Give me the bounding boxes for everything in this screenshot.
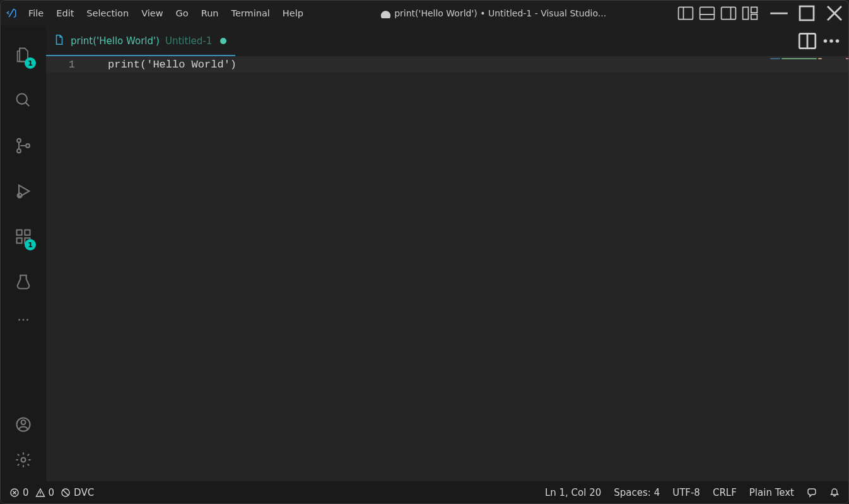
minimize-button[interactable] bbox=[765, 1, 793, 26]
activity-extensions[interactable]: 1 bbox=[1, 214, 46, 259]
svg-point-34 bbox=[836, 39, 840, 43]
svg-rect-7 bbox=[751, 7, 758, 13]
svg-rect-0 bbox=[679, 7, 693, 19]
explorer-badge: 1 bbox=[25, 57, 36, 69]
activity-accounts[interactable] bbox=[1, 407, 46, 442]
status-eol[interactable]: CRLF bbox=[713, 487, 737, 498]
status-feedback-icon[interactable] bbox=[807, 488, 817, 498]
file-icon bbox=[54, 34, 65, 47]
svg-point-29 bbox=[21, 458, 26, 462]
svg-point-24 bbox=[18, 319, 20, 321]
status-notifications-icon[interactable] bbox=[829, 488, 840, 498]
vscode-logo-icon bbox=[1, 8, 22, 19]
svg-point-25 bbox=[23, 319, 25, 321]
window-title: ● print('Hello World') • Untitled-1 - Vi… bbox=[310, 8, 677, 18]
editor-tab[interactable]: print('Hello World') Untitled-1 bbox=[46, 26, 235, 56]
svg-point-26 bbox=[26, 319, 28, 321]
svg-point-13 bbox=[17, 94, 27, 104]
status-bar: 0 0 DVC Ln 1, Col 20 Spaces: 4 UTF-8 CRL… bbox=[1, 481, 848, 503]
menu-edit[interactable]: Edit bbox=[50, 1, 80, 26]
close-button[interactable] bbox=[821, 1, 848, 26]
minimap[interactable] bbox=[770, 58, 840, 64]
menu-view[interactable]: View bbox=[135, 1, 169, 26]
svg-point-32 bbox=[824, 39, 828, 43]
svg-rect-22 bbox=[25, 230, 30, 235]
activity-run-debug[interactable] bbox=[1, 168, 46, 214]
menu-terminal[interactable]: Terminal bbox=[225, 1, 276, 26]
menu-run[interactable]: Run bbox=[195, 1, 225, 26]
svg-point-16 bbox=[17, 149, 21, 153]
menu-bar: File Edit Selection View Go Run Terminal… bbox=[22, 1, 310, 26]
status-language[interactable]: Plain Text bbox=[749, 487, 794, 498]
more-actions-icon[interactable] bbox=[821, 30, 842, 52]
activity-search[interactable] bbox=[1, 78, 46, 123]
activity-bottom bbox=[1, 407, 46, 481]
unsaved-indicator-icon bbox=[220, 38, 226, 44]
split-editor-icon[interactable] bbox=[797, 30, 818, 52]
activity-explorer[interactable]: 1 bbox=[1, 32, 46, 78]
editor-tab-actions bbox=[790, 26, 848, 56]
tab-label-primary: print('Hello World') bbox=[71, 35, 160, 47]
activity-bar: 1 1 bbox=[1, 26, 46, 481]
svg-rect-6 bbox=[743, 7, 749, 19]
status-left: 0 0 DVC bbox=[9, 487, 94, 498]
svg-rect-4 bbox=[722, 7, 736, 19]
toggle-panel-icon[interactable] bbox=[698, 4, 716, 22]
window-title-text: print('Hello World') • Untitled-1 - Visu… bbox=[394, 8, 606, 18]
status-right: Ln 1, Col 20 Spaces: 4 UTF-8 CRLF Plain … bbox=[545, 487, 840, 498]
menu-file[interactable]: File bbox=[22, 1, 50, 26]
status-encoding[interactable]: UTF-8 bbox=[672, 487, 700, 498]
toggle-primary-sidebar-icon[interactable] bbox=[677, 4, 694, 22]
status-ln-col[interactable]: Ln 1, Col 20 bbox=[545, 487, 601, 498]
code-line[interactable]: 1 print('Hello World') bbox=[46, 56, 848, 73]
activity-source-control[interactable] bbox=[1, 123, 46, 168]
line-number: 1 bbox=[46, 59, 91, 71]
menu-go[interactable]: Go bbox=[170, 1, 195, 26]
svg-point-18 bbox=[18, 194, 22, 198]
status-warnings[interactable]: 0 bbox=[35, 487, 55, 498]
customize-layout-icon[interactable] bbox=[741, 4, 759, 22]
svg-rect-19 bbox=[17, 230, 22, 235]
svg-rect-8 bbox=[751, 15, 758, 20]
activity-overflow-icon[interactable] bbox=[1, 305, 46, 335]
status-warnings-count: 0 bbox=[49, 487, 55, 498]
editor-area[interactable]: 1 print('Hello World') bbox=[46, 56, 848, 481]
svg-point-28 bbox=[21, 420, 26, 425]
status-errors-count: 0 bbox=[23, 487, 29, 498]
activity-settings[interactable] bbox=[1, 442, 46, 478]
activity-testing[interactable] bbox=[1, 259, 46, 305]
extensions-badge: 1 bbox=[25, 239, 36, 250]
svg-point-39 bbox=[40, 495, 40, 495]
svg-line-14 bbox=[26, 103, 30, 107]
status-dvc[interactable]: DVC bbox=[61, 487, 94, 498]
tab-label-secondary: Untitled-1 bbox=[165, 35, 212, 47]
status-errors[interactable]: 0 bbox=[9, 487, 29, 498]
window-controls bbox=[765, 1, 848, 26]
maximize-button[interactable] bbox=[793, 1, 821, 26]
svg-rect-10 bbox=[800, 6, 814, 20]
status-spaces[interactable]: Spaces: 4 bbox=[614, 487, 660, 498]
menu-selection[interactable]: Selection bbox=[80, 1, 135, 26]
svg-point-33 bbox=[829, 39, 833, 43]
layout-controls bbox=[677, 4, 759, 22]
svg-point-17 bbox=[26, 144, 30, 148]
editor-tab-bar: print('Hello World') Untitled-1 bbox=[46, 26, 848, 56]
svg-point-15 bbox=[17, 139, 21, 143]
status-dvc-label: DVC bbox=[74, 487, 94, 498]
code-text[interactable]: print('Hello World') bbox=[108, 59, 237, 71]
menu-help[interactable]: Help bbox=[276, 1, 310, 26]
svg-line-41 bbox=[63, 489, 69, 495]
svg-rect-2 bbox=[700, 7, 715, 19]
toggle-secondary-sidebar-icon[interactable] bbox=[720, 4, 737, 22]
svg-rect-20 bbox=[17, 238, 22, 243]
title-bar: File Edit Selection View Go Run Terminal… bbox=[1, 1, 848, 26]
